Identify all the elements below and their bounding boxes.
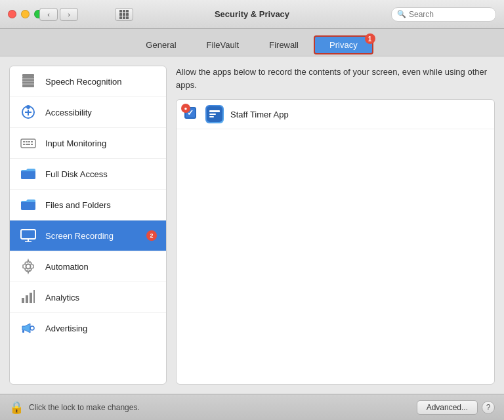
svg-rect-13 [23,141,25,142]
svg-rect-26 [30,293,32,303]
svg-rect-24 [22,298,24,303]
right-panel: Allow the apps below to record the conte… [176,66,495,385]
screen-recording-badge: 2 [146,230,157,241]
svg-rect-5 [22,82,34,83]
svg-rect-29 [22,330,24,333]
minimize-button[interactable] [21,10,30,18]
accessibility-icon [19,103,37,121]
sidebar-item-automation[interactable]: Automation [10,251,166,282]
tabs-bar: General FileVault Firewall Privacy 1 [0,29,504,56]
sidebar-item-advertising[interactable]: Advertising [10,313,166,343]
back-button[interactable]: ‹ [39,8,58,21]
search-input[interactable] [409,10,490,19]
bottom-bar: 🔒 Click the lock to make changes. Advanc… [0,394,504,420]
tab-filevault[interactable]: FileVault [192,36,255,54]
svg-rect-2 [22,78,34,79]
gear-icon [19,257,37,276]
main-content: Speech Recognition Accessibility [0,56,504,394]
window-title: Security & Privacy [215,9,289,19]
svg-rect-14 [26,141,28,142]
chart-icon [19,288,37,306]
grid-icon [119,10,129,19]
svg-rect-12 [21,139,35,148]
svg-rect-19 [31,144,33,145]
folder-blue-icon [19,165,37,183]
sidebar-item-label: Automation [45,262,89,272]
tab-privacy[interactable]: Privacy 1 [314,35,373,54]
sidebar: Speech Recognition Accessibility [9,66,167,385]
svg-rect-27 [33,290,35,303]
svg-rect-7 [22,85,34,87]
sidebar-item-full-disk-access[interactable]: Full Disk Access [10,159,166,190]
sidebar-item-accessibility[interactable]: Accessibility [10,97,166,128]
sidebar-item-label: Analytics [45,293,79,303]
svg-rect-32 [209,110,220,112]
svg-rect-17 [23,144,25,145]
svg-point-23 [26,264,31,269]
help-button[interactable]: ? [482,401,495,414]
search-icon: 🔍 [397,10,406,18]
svg-rect-3 [22,79,34,81]
close-button[interactable] [8,10,16,18]
staff-timer-icon [205,105,224,123]
svg-rect-25 [26,295,28,303]
panel-description: Allow the apps below to record the conte… [176,66,495,91]
nav-buttons: ‹ › [39,8,78,21]
checkbox-badge: ● [181,104,190,113]
sidebar-item-label: Files and Folders [45,200,111,210]
svg-point-30 [30,326,34,330]
svg-rect-33 [209,114,216,115]
lock-label: Click the lock to make changes. [29,403,140,412]
sidebar-item-files-and-folders[interactable]: Files and Folders [10,190,166,220]
tab-general[interactable]: General [131,36,191,54]
apps-list: ● Staff Timer App [176,99,495,385]
microphone-icon [19,72,37,91]
bottom-right: Advanced... ? [417,400,495,415]
svg-rect-4 [22,81,34,82]
svg-rect-18 [26,144,30,145]
svg-rect-34 [209,116,214,117]
advanced-button[interactable]: Advanced... [417,400,478,415]
sidebar-item-label: Screen Recording [45,231,114,241]
lock-icon: 🔒 [9,400,24,415]
sidebar-item-input-monitoring[interactable]: Input Monitoring [10,128,166,159]
sidebar-item-label: Advertising [45,324,87,333]
app-grid-button[interactable] [115,8,133,21]
sidebar-item-label: Input Monitoring [45,138,106,148]
app-item: ● Staff Timer App [177,100,494,129]
app-checkbox-wrap: ● [184,107,199,121]
sidebar-item-speech-recognition[interactable]: Speech Recognition [10,66,166,97]
traffic-lights [8,10,43,18]
keyboard-icon [19,134,37,152]
megaphone-icon [19,319,37,337]
lock-area[interactable]: 🔒 Click the lock to make changes. [9,400,140,415]
privacy-tab-badge: 1 [365,33,375,44]
app-name: Staff Timer App [230,110,289,119]
sidebar-item-label: Accessibility [45,108,92,117]
sidebar-item-label: Speech Recognition [45,77,121,87]
svg-rect-20 [21,230,35,239]
folder-files-icon [19,196,37,214]
svg-rect-6 [22,83,34,85]
search-box[interactable]: 🔍 [391,7,496,22]
sidebar-item-analytics[interactable]: Analytics [10,282,166,313]
sidebar-item-label: Full Disk Access [45,169,108,179]
svg-rect-15 [28,141,30,142]
monitor-icon [19,226,37,245]
svg-rect-1 [22,77,34,78]
sidebar-item-screen-recording[interactable]: Screen Recording 2 [10,220,166,251]
svg-rect-0 [22,74,34,77]
svg-rect-16 [31,141,33,142]
tab-firewall[interactable]: Firewall [254,36,314,54]
titlebar: ‹ › Security & Privacy 🔍 [0,0,504,29]
forward-button[interactable]: › [60,8,78,21]
